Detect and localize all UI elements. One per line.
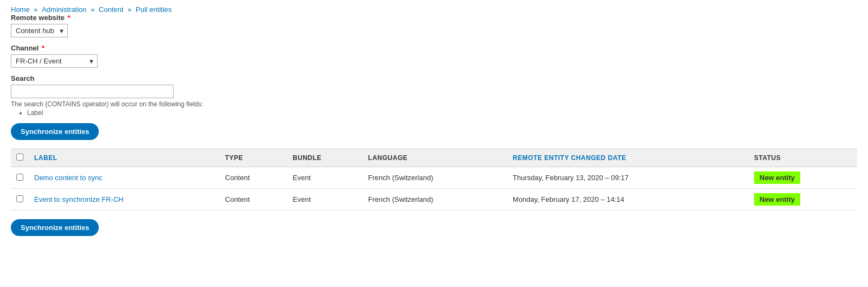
search-label: Search — [11, 74, 857, 82]
row-checkbox-0[interactable] — [16, 174, 23, 181]
channel-select[interactable]: FR-CH / Event — [11, 54, 98, 68]
channel-required: * — [42, 44, 44, 52]
header-changed-date[interactable]: REMOTE ENTITY CHANGED DATE — [507, 149, 749, 167]
header-type: TYPE — [220, 149, 288, 167]
search-hint-list: Label — [11, 109, 857, 117]
breadcrumb-administration[interactable]: Administration — [42, 5, 86, 14]
row-checkbox-cell — [11, 189, 29, 211]
remote-website-required: * — [68, 14, 71, 22]
remote-website-select-wrapper: Content hub ▼ — [11, 24, 68, 37]
status-badge: New entity — [754, 171, 800, 184]
row-language: French (Switzerland) — [363, 167, 507, 189]
remote-website-field: Remote website * Content hub ▼ — [11, 14, 857, 37]
row-label-link-0[interactable]: Demo content to sync — [34, 174, 103, 182]
row-changed-date: Thursday, February 13, 2020 – 09:17 — [507, 167, 749, 189]
row-bundle: Event — [288, 167, 363, 189]
header-language: LANGUAGE — [363, 149, 507, 167]
breadcrumb-home[interactable]: Home — [11, 5, 30, 14]
row-changed-date: Monday, February 17, 2020 – 14:14 — [507, 189, 749, 211]
breadcrumb-sep-3: » — [127, 5, 133, 14]
row-type: Content — [220, 189, 288, 211]
header-checkbox-col — [11, 149, 29, 167]
select-all-checkbox[interactable] — [16, 154, 23, 161]
breadcrumb: Home » Administration » Content » Pull e… — [11, 5, 857, 14]
sync-button-top[interactable]: Synchronize entities — [11, 123, 99, 140]
row-checkbox-1[interactable] — [16, 195, 23, 202]
breadcrumb-sep-1: » — [34, 5, 40, 14]
entities-table: LABEL TYPE BUNDLE LANGUAGE REMOTE ENTITY… — [11, 149, 857, 211]
row-label: Demo content to sync — [29, 167, 220, 189]
row-status: New entity — [749, 189, 857, 211]
row-checkbox-cell — [11, 167, 29, 189]
search-section: Search The search (CONTAINS operator) wi… — [11, 74, 857, 117]
table-row: Demo content to sync Content Event Frenc… — [11, 167, 857, 189]
channel-label: Channel * — [11, 44, 857, 52]
row-status: New entity — [749, 167, 857, 189]
header-status: STATUS — [749, 149, 857, 167]
breadcrumb-content[interactable]: Content — [99, 5, 124, 14]
row-label: Event to synchronize FR-CH — [29, 189, 220, 211]
breadcrumb-sep-2: » — [91, 5, 97, 14]
row-label-link-1[interactable]: Event to synchronize FR-CH — [34, 195, 124, 203]
row-language: French (Switzerland) — [363, 189, 507, 211]
channel-field: Channel * FR-CH / Event ▼ — [11, 44, 857, 68]
row-bundle: Event — [288, 189, 363, 211]
table-header-row: LABEL TYPE BUNDLE LANGUAGE REMOTE ENTITY… — [11, 149, 857, 167]
table-row: Event to synchronize FR-CH Content Event… — [11, 189, 857, 211]
search-input[interactable] — [11, 85, 174, 98]
search-hint-text: The search (CONTAINS operator) will occu… — [11, 100, 857, 108]
channel-select-wrapper: FR-CH / Event ▼ — [11, 54, 98, 68]
header-bundle: BUNDLE — [288, 149, 363, 167]
header-label[interactable]: LABEL — [29, 149, 220, 167]
sync-button-bottom[interactable]: Synchronize entities — [11, 219, 99, 236]
remote-website-select[interactable]: Content hub — [11, 24, 68, 37]
remote-website-label: Remote website * — [11, 14, 857, 22]
status-badge: New entity — [754, 193, 800, 206]
search-hint-label: Label — [27, 109, 857, 117]
breadcrumb-current: Pull entities — [136, 5, 171, 14]
row-type: Content — [220, 167, 288, 189]
